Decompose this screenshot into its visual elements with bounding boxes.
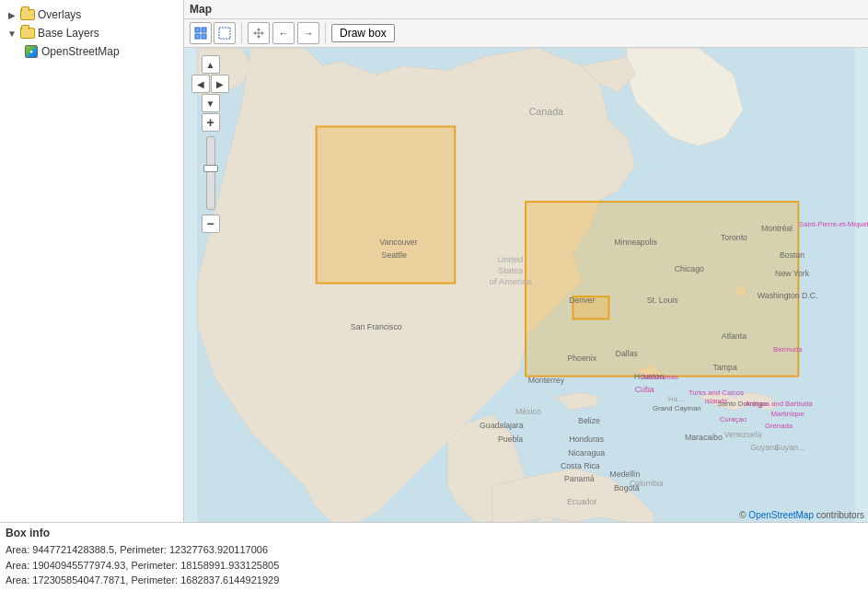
- svg-rect-0: [195, 28, 200, 32]
- nav-up-btn[interactable]: ▲: [202, 55, 220, 74]
- svg-text:Phoenix: Phoenix: [567, 354, 596, 363]
- osm-layer-label: OpenStreetMap: [41, 45, 120, 58]
- nav-right-btn[interactable]: ▶: [211, 75, 229, 93]
- svg-text:Venezuela: Venezuela: [724, 430, 762, 439]
- svg-text:States: States: [498, 265, 524, 275]
- svg-text:Turks and Caicos: Turks and Caicos: [689, 388, 744, 397]
- nav-down-btn[interactable]: ▼: [202, 94, 220, 112]
- overlays-item[interactable]: ▶ Overlays: [4, 6, 179, 24]
- svg-text:Honduras: Honduras: [569, 435, 605, 444]
- svg-text:Montréal: Montréal: [761, 224, 793, 233]
- select-all-btn[interactable]: [190, 22, 212, 44]
- svg-text:Vancouver: Vancouver: [379, 238, 417, 247]
- box-info-line-3: Area: 172305854047.7871, Perimeter: 1682…: [6, 573, 862, 588]
- overlays-toggle[interactable]: ▶: [6, 8, 18, 21]
- svg-text:Antigua and Barbuda: Antigua and Barbuda: [746, 400, 814, 408]
- svg-text:Minneapolis: Minneapolis: [614, 238, 657, 247]
- svg-text:Medellín: Medellín: [609, 470, 640, 479]
- svg-text:Puebla: Puebla: [498, 435, 523, 444]
- svg-text:Monterrey: Monterrey: [528, 376, 565, 385]
- box-info-header: Box info: [6, 527, 862, 539]
- svg-rect-4: [219, 28, 230, 39]
- svg-text:of America: of America: [490, 276, 532, 286]
- svg-text:Ecuador: Ecuador: [567, 497, 597, 506]
- layer-tree: ▶ Overlays ▼ Base Layers: [0, 0, 183, 66]
- base-layers-label: Base Layers: [38, 27, 99, 40]
- zoom-thumb[interactable]: [203, 165, 218, 172]
- sidebar: ▶ Overlays ▼ Base Layers: [0, 0, 184, 522]
- svg-text:Washington D.C.: Washington D.C.: [758, 291, 818, 300]
- base-layers-item[interactable]: ▼ Base Layers: [4, 24, 179, 42]
- draw-box-btn[interactable]: Draw box: [331, 24, 395, 42]
- svg-text:Boston: Boston: [780, 250, 804, 260]
- zoom-out-btn[interactable]: −: [202, 215, 220, 233]
- svg-text:Ha...: Ha...: [668, 395, 683, 403]
- svg-rect-1: [202, 28, 206, 32]
- attribution-suffix: contributors: [814, 510, 864, 520]
- toolbar-select-group: [190, 22, 236, 44]
- overlays-folder-icon: [20, 7, 35, 22]
- base-layers-toggle[interactable]: ▼: [6, 27, 18, 40]
- svg-text:Panamá: Panamá: [564, 474, 595, 483]
- svg-text:Curaçao: Curaçao: [720, 415, 746, 423]
- base-layers-folder-icon: [20, 26, 35, 41]
- svg-text:Toronto: Toronto: [721, 233, 747, 242]
- toolbar-sep-2: [325, 23, 326, 43]
- svg-text:México: México: [515, 407, 541, 416]
- nav-down-row: ▼: [202, 94, 220, 112]
- svg-text:St. Louis: St. Louis: [647, 296, 679, 305]
- svg-text:New York: New York: [775, 269, 810, 278]
- svg-text:Guyan...: Guyan...: [774, 443, 804, 452]
- svg-text:Costa Rica: Costa Rica: [561, 461, 600, 470]
- zoom-track: [206, 136, 215, 210]
- svg-text:Belize: Belize: [578, 416, 600, 425]
- svg-text:San Francisco: San Francisco: [351, 322, 402, 331]
- osm-layer-icon: [24, 44, 39, 59]
- osm-attribution: © OpenStreetMap contributors: [739, 510, 864, 520]
- svg-text:Martinique: Martinique: [771, 410, 804, 418]
- svg-rect-3: [202, 34, 206, 39]
- svg-text:Guadalajara: Guadalajara: [480, 421, 524, 430]
- svg-text:Saint-Pierre-et-Miquelon: Saint-Pierre-et-Miquelon: [799, 220, 868, 228]
- svg-text:Atlanta: Atlanta: [722, 331, 746, 341]
- svg-text:Dallas: Dallas: [616, 349, 639, 358]
- svg-text:Tampa: Tampa: [713, 363, 737, 372]
- select-btn[interactable]: [214, 22, 236, 44]
- map-viewport[interactable]: Canada United States of America Vancouve…: [184, 48, 868, 522]
- svg-text:Grenada: Grenada: [765, 422, 793, 430]
- pan-btn[interactable]: [248, 22, 270, 44]
- nav-mid-row: ◀ ▶: [191, 75, 229, 93]
- nav-left-btn[interactable]: ◀: [191, 75, 210, 93]
- svg-rect-2: [195, 34, 200, 39]
- svg-text:United: United: [497, 254, 523, 264]
- forward-btn[interactable]: →: [297, 22, 319, 44]
- svg-text:Mbahamas: Mbahamas: [643, 373, 679, 381]
- toolbar-sep-1: [241, 23, 242, 43]
- openstreetmap-item[interactable]: OpenStreetMap: [22, 42, 179, 61]
- svg-text:Bogotá: Bogotá: [614, 483, 640, 493]
- svg-text:Canada: Canada: [529, 106, 563, 117]
- svg-text:Nicaragua: Nicaragua: [568, 448, 605, 458]
- map-title: Map: [184, 0, 868, 19]
- box-info-line-2: Area: 19040945577974.93, Perimeter: 1815…: [6, 558, 862, 574]
- svg-text:Maracaibo: Maracaibo: [685, 433, 723, 442]
- svg-rect-7: [526, 202, 798, 376]
- attribution-link[interactable]: OpenStreetMap: [748, 510, 814, 520]
- zoom-in-btn[interactable]: +: [202, 113, 220, 132]
- overlays-label: Overlays: [38, 8, 81, 21]
- attribution-prefix: ©: [739, 510, 748, 520]
- back-btn[interactable]: ←: [272, 22, 295, 44]
- svg-text:Grand Cayman: Grand Cayman: [653, 404, 701, 412]
- svg-text:Seattle: Seattle: [382, 250, 407, 260]
- bottom-panel: Box info Area: 9447721428388.5, Perimete…: [0, 522, 868, 603]
- box-info-line-1: Area: 9447721428388.5, Perimeter: 123277…: [6, 542, 862, 558]
- svg-text:Chicago: Chicago: [675, 264, 704, 273]
- map-svg: Canada United States of America Vancouve…: [184, 48, 868, 522]
- nav-up-row: ▲: [202, 55, 220, 74]
- svg-text:Cuba: Cuba: [635, 385, 654, 394]
- svg-text:Denver: Denver: [569, 296, 595, 305]
- svg-text:Bermuda: Bermuda: [773, 345, 803, 354]
- map-nav-controls: ▲ ◀ ▶ ▼ + −: [191, 55, 229, 233]
- map-container: Map: [184, 0, 868, 522]
- map-toolbar: ← → Draw box: [184, 19, 868, 48]
